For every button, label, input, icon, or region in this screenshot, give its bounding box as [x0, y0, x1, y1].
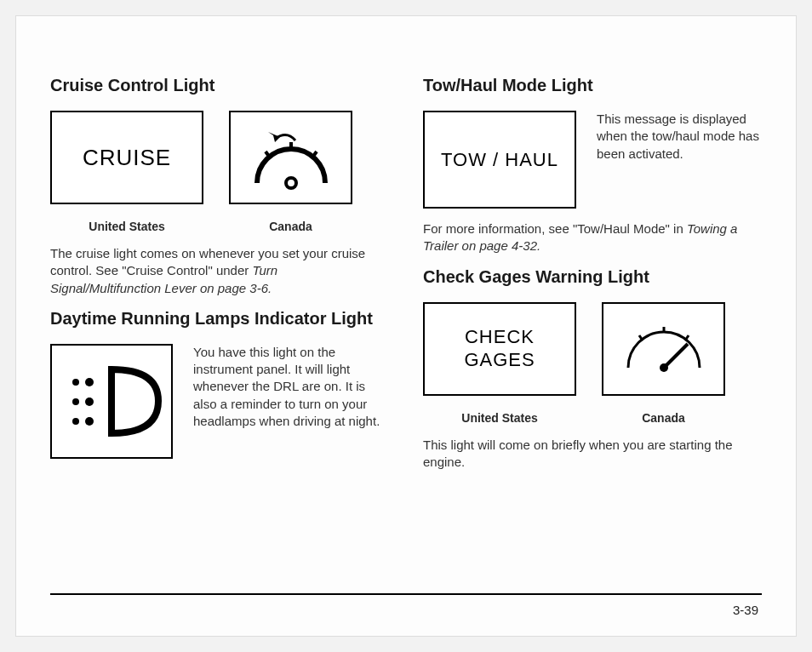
checkgages-us-block: CHECK GAGES — [423, 302, 576, 396]
checkgages-caption-canada: Canada — [602, 411, 725, 425]
towhaul-below-para: For more information, see "Tow/Haul Mode… — [423, 220, 762, 255]
cruise-para-text: The cruise light comes on whenever you s… — [50, 246, 365, 277]
columns: Cruise Control Light CRUISE — [50, 76, 762, 483]
drl-headlamp-icon — [52, 357, 171, 446]
svg-point-4 — [72, 379, 79, 386]
checkgages-canada-block — [602, 302, 725, 396]
towhaul-label: TOW / HAUL — [441, 149, 558, 171]
svg-line-13 — [664, 344, 688, 368]
cruise-us-block: CRUISE — [50, 111, 203, 204]
towhaul-side-para: This message is displayed when the tow/h… — [597, 111, 762, 163]
checkgages-gauge-box — [602, 302, 725, 396]
page-number: 3-39 — [733, 603, 758, 617]
towhaul-heading: Tow/Haul Mode Light — [423, 76, 762, 95]
svg-point-5 — [85, 378, 94, 386]
drl-description: You have this light on the instrument pa… — [193, 344, 389, 430]
cruise-captions: United States Canada — [50, 211, 389, 233]
cruise-caption-canada: Canada — [229, 220, 352, 233]
checkgages-text-box: CHECK GAGES — [423, 302, 576, 396]
svg-point-7 — [85, 397, 94, 406]
checkgages-line1: CHECK — [465, 326, 535, 348]
check-gages-gauge-icon — [613, 315, 715, 383]
towhaul-below-text: For more information, see "Tow/Haul Mode… — [423, 221, 687, 236]
cruise-icon-row: CRUISE — [50, 111, 389, 204]
cruise-caption-us: United States — [50, 220, 203, 233]
drl-heading: Daytime Running Lamps Indicator Light — [50, 309, 389, 329]
svg-point-3 — [286, 178, 296, 188]
right-column: Tow/Haul Mode Light TOW / HAUL This mess… — [423, 76, 762, 483]
cruise-label: CRUISE — [83, 145, 171, 171]
drl-row: You have this light on the instrument pa… — [50, 344, 389, 459]
svg-point-9 — [85, 417, 94, 426]
manual-page: Cruise Control Light CRUISE — [15, 15, 797, 637]
cruise-description: The cruise light comes on whenever you s… — [50, 245, 389, 297]
cruise-heading: Cruise Control Light — [50, 76, 389, 95]
checkgages-heading: Check Gages Warning Light — [423, 267, 762, 287]
cruise-gauge-box — [229, 111, 352, 204]
checkgages-caption-us: United States — [423, 411, 576, 425]
towhaul-box: TOW / HAUL — [423, 111, 576, 209]
svg-point-6 — [72, 398, 79, 405]
drl-icon-box — [50, 344, 173, 459]
svg-point-14 — [660, 363, 668, 372]
cruise-text-box: CRUISE — [50, 111, 203, 204]
footer-rule — [50, 593, 762, 595]
checkgages-captions: United States Canada — [423, 403, 762, 425]
left-column: Cruise Control Light CRUISE — [50, 76, 389, 483]
towhaul-row: TOW / HAUL This message is displayed whe… — [423, 111, 762, 209]
checkgages-line2: GAGES — [464, 349, 535, 371]
checkgages-para: This light will come on briefly when you… — [423, 437, 762, 472]
checkgages-row: CHECK GAGES — [423, 302, 762, 396]
svg-point-8 — [72, 418, 79, 425]
cruise-canada-block — [229, 111, 352, 204]
cruise-gauge-icon — [244, 123, 338, 192]
